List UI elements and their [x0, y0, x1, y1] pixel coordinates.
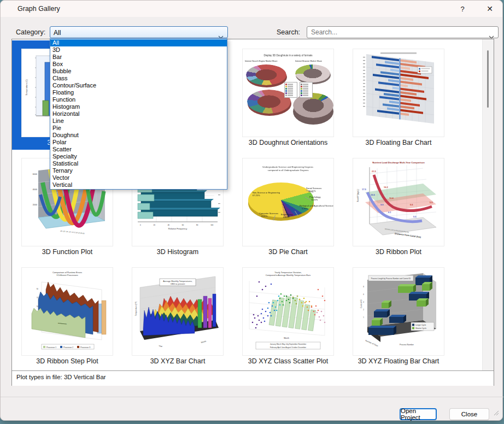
dropdown-item-statistical[interactable]: Statistical — [50, 160, 227, 167]
resize-grip-icon[interactable] — [493, 408, 499, 417]
desktop: { "window": { "title": "Graph Gallery", … — [0, 0, 504, 424]
tile-caption: 3D Histogram — [122, 248, 233, 256]
axis-label: Relative Frequency — [168, 227, 187, 230]
svg-text:February April June A: February April June August October Decem… — [270, 346, 307, 349]
dropdown-item-all[interactable]: All — [50, 39, 227, 46]
tile-caption: 3D Pie Chart — [233, 248, 343, 256]
dropdown-item-bar[interactable]: Bar — [50, 54, 227, 61]
legend-box — [300, 82, 313, 98]
tile-caption: 3D Ribbon Step Plot — [12, 357, 122, 365]
open-project-button[interactable]: Open Project — [400, 408, 437, 420]
dropdown-item-bubble[interactable]: Bubble — [50, 68, 227, 75]
scrollbar-thumb[interactable] — [487, 50, 489, 108]
axis-label: Month — [201, 340, 206, 344]
svg-text:-25 -20 -15 -10 -5 0 5 10 15 2: -25 -20 -15 -10 -5 0 5 10 15 20 25 — [60, 230, 85, 235]
svg-text:4: 4 — [363, 301, 364, 303]
category-select[interactable]: All — [50, 26, 228, 38]
search-combo[interactable] — [307, 26, 499, 38]
dropdown-item-scatter[interactable]: Scatter — [50, 146, 227, 153]
svg-text:Nutrient Load Discharge Multi-: Nutrient Load Discharge Multi-Year Compa… — [372, 161, 425, 164]
gallery-tile-3d-xyz-class-scatter-plot[interactable]: Yearly Temperature Variation, Compared t… — [233, 259, 343, 368]
axis-label: Control ID — [360, 299, 362, 308]
thumbnail-3d-xyz-bar-chart: Average Monthly Temperatures, 1865 to pr… — [132, 268, 223, 355]
thumbnail-3d-ribbon-plot: Nutrient Load Discharge Multi-Year Compa… — [353, 158, 444, 246]
graph-gallery-dialog: Graph Gallery ? ✕ Category: All Search: — [0, 0, 503, 421]
svg-text:60000: 60000 — [33, 173, 38, 175]
dropdown-item-vertical[interactable]: Vertical — [50, 181, 227, 189]
svg-text:Compared to Average Monthly Te: Compared to Average Monthly Temperature … — [266, 274, 310, 276]
thumbnail-3d-pie-chart: Undergraduate Science and Engineering De… — [243, 158, 333, 246]
gallery-tile-3d-doughnut-orientations[interactable]: Display 3D Doughnuts in a variety of for… — [233, 40, 343, 150]
search-input[interactable] — [307, 27, 486, 38]
plot-types-status: Plot types in file: 3D Vertical Bar — [16, 374, 106, 380]
svg-text:8: 8 — [363, 286, 364, 288]
category-value: All — [54, 29, 61, 37]
svg-text:1865 to present: 1865 to present — [171, 283, 185, 285]
dropdown-item-vector[interactable]: Vector — [50, 174, 227, 181]
tile-caption: 3D XYZ Class Scatter Plot — [233, 357, 343, 365]
svg-text:5.9: 5.9 — [430, 201, 433, 204]
svg-text:40000: 40000 — [33, 189, 38, 191]
axis-label: Temperature (C) — [25, 79, 28, 96]
svg-text:3 Different Processors: 3 Different Processors — [56, 274, 78, 276]
dropdown-item-specialty[interactable]: Specialty — [50, 153, 227, 160]
gallery-tile-3d-xyz-bar-chart[interactable]: Average Monthly Temperatures, 1865 to pr… — [122, 259, 233, 368]
thumbnail-3d-xyz-class-scatter-plot: Yearly Temperature Variation, Compared t… — [243, 268, 333, 355]
svg-text:70: 70 — [37, 297, 39, 299]
dropdown-item-class[interactable]: Class — [50, 75, 227, 82]
svg-text:Average Monthly Temperatures,: Average Monthly Temperatures, — [163, 280, 192, 282]
axis-label: Month — [284, 337, 289, 339]
dropdown-item-doughnut[interactable]: Doughnut — [50, 132, 227, 139]
svg-text:10.4: 10.4 — [389, 197, 394, 199]
dropdown-item-pie[interactable]: Pie — [50, 125, 227, 132]
gallery-tile-3d-ribbon-plot[interactable]: Nutrient Load Discharge Multi-Year Compa… — [343, 150, 454, 259]
svg-text:16.6: 16.6 — [371, 193, 376, 196]
titlebar: Graph Gallery ? ✕ — [1, 1, 502, 17]
dropdown-item-box[interactable]: Box — [50, 61, 227, 68]
svg-text:Yearly Temperature Variation,: Yearly Temperature Variation, — [274, 272, 302, 274]
close-button[interactable]: ✕ — [479, 1, 500, 17]
svg-text:5.5: 5.5 — [413, 215, 417, 218]
close-icon: ✕ — [487, 4, 493, 13]
dropdown-item-ternary[interactable]: Ternary — [50, 167, 227, 174]
svg-text:2: 2 — [363, 309, 364, 311]
dropdown-item-horizontal[interactable]: Horizontal — [50, 110, 227, 117]
dialog-title: Graph Gallery — [17, 5, 60, 13]
tile-caption: 3D Ribbon Plot — [343, 248, 454, 256]
vertical-scrollbar[interactable] — [482, 39, 494, 370]
svg-text:Processor 2: Processor 2 — [63, 346, 73, 349]
search-label: Search: — [277, 28, 300, 36]
gallery-tile-3d-pie-chart[interactable]: Undergraduate Science and Engineering De… — [233, 150, 343, 259]
svg-text:9.9: 9.9 — [380, 203, 384, 206]
dropdown-item-histogram[interactable]: Histogram — [50, 103, 227, 110]
help-icon: ? — [460, 5, 464, 13]
footer-divider — [1, 397, 503, 397]
gallery-tile-3d-xyz-floating-bar-chart[interactable]: Process Length by Process Number and Con… — [343, 259, 454, 368]
thumbnail-3d-doughnut-orientations: Display 3D Doughnuts in a variety of for… — [243, 49, 333, 137]
dropdown-item-floating[interactable]: Floating — [50, 89, 227, 96]
tile-caption: 3D Doughnut Orientations — [233, 139, 343, 146]
dropdown-item-contour-surface[interactable]: Contour/Surface — [50, 82, 227, 89]
thumbnail-3d-xyz-floating-bar-chart: Process Length by Process Number and Con… — [353, 268, 444, 355]
help-button[interactable]: ? — [453, 1, 472, 17]
svg-text:6.6: 6.6 — [410, 203, 413, 206]
dropdown-item-line[interactable]: Line — [50, 117, 227, 125]
axis-label: Number of Days — [365, 339, 379, 347]
tile-caption: 3D Floating Bar Chart — [343, 139, 454, 146]
svg-text:90: 90 — [37, 288, 39, 290]
axis-label: Total P (µg/L) — [356, 189, 359, 202]
axis-label: Year — [159, 345, 163, 348]
gallery-tile-3d-floating-bar-chart[interactable]: 3D Floating Bar Chart — [343, 40, 454, 150]
tile-caption: 3D Function Plot — [12, 248, 122, 256]
gallery-tile-3d-ribbon-step-plot[interactable]: Comparison of Runtime Errors 3 Different… — [12, 259, 122, 368]
axis-label: Process Number — [400, 344, 414, 346]
svg-text:21.5: 21.5 — [372, 170, 377, 173]
dropdown-item-3d[interactable]: 3D — [50, 46, 227, 54]
dropdown-item-function[interactable]: Function — [50, 96, 227, 103]
svg-text:17.5: 17.5 — [362, 188, 367, 191]
axis-label: Temperature (°F) — [135, 302, 137, 316]
close-dialog-button[interactable]: Close — [449, 408, 489, 420]
category-label: Category: — [16, 28, 45, 36]
dropdown-item-polar[interactable]: Polar — [50, 139, 227, 146]
svg-text:Processor 1: Processor 1 — [46, 346, 56, 349]
